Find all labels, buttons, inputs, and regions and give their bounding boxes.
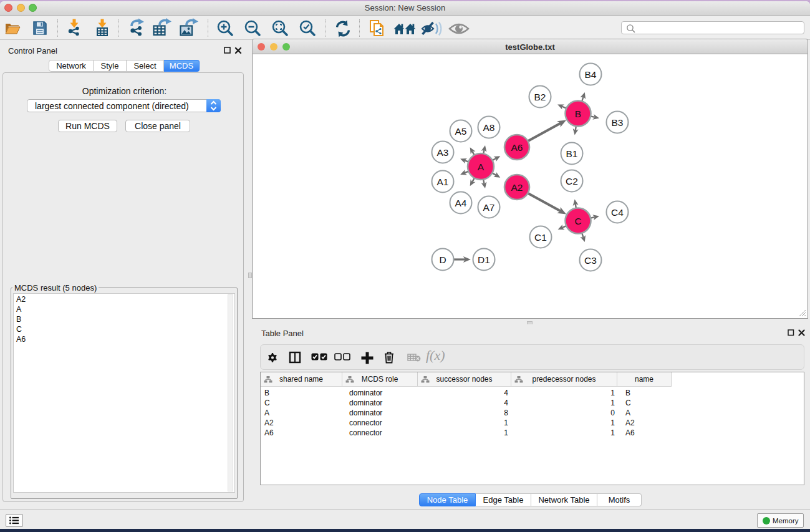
svg-text:C4: C4 — [611, 207, 624, 218]
svg-text:C1: C1 — [534, 232, 547, 243]
svg-text:B1: B1 — [566, 148, 578, 159]
svg-text:A1: A1 — [437, 177, 449, 187]
svg-text:C2: C2 — [566, 176, 578, 186]
svg-text:D1: D1 — [478, 254, 490, 265]
svg-text:B3: B3 — [612, 117, 624, 128]
svg-text:D: D — [439, 254, 446, 265]
svg-text:A: A — [478, 162, 485, 172]
svg-text:A4: A4 — [455, 198, 467, 208]
svg-text:C: C — [574, 216, 581, 226]
svg-text:A6: A6 — [511, 142, 523, 153]
svg-text:A2: A2 — [511, 182, 523, 193]
svg-text:B: B — [575, 109, 581, 119]
svg-text:A5: A5 — [455, 126, 467, 137]
svg-text:B2: B2 — [534, 92, 546, 102]
svg-text:A3: A3 — [437, 147, 449, 158]
svg-text:A8: A8 — [483, 122, 495, 133]
svg-text:B4: B4 — [585, 69, 597, 80]
svg-text:C3: C3 — [584, 255, 597, 266]
svg-text:A7: A7 — [483, 202, 495, 213]
